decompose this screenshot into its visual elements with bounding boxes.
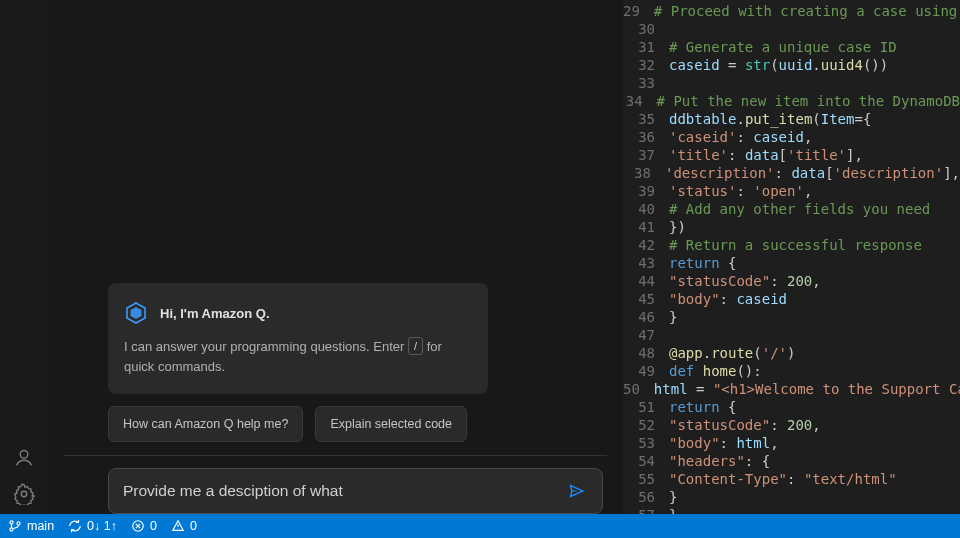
line-number: 56 (623, 488, 669, 506)
line-number: 40 (623, 200, 669, 218)
line-number: 42 (623, 236, 669, 254)
line-number: 35 (623, 110, 669, 128)
code-line[interactable]: 37'title': data['title'], (623, 146, 960, 164)
code-line[interactable]: 40# Add any other fields you need (623, 200, 960, 218)
line-number: 38 (623, 164, 665, 182)
line-number: 36 (623, 128, 669, 146)
code-line[interactable]: 36'caseid': caseid, (623, 128, 960, 146)
code-line[interactable]: 43return { (623, 254, 960, 272)
suggestion-row: How can Amazon Q help me? Explain select… (108, 406, 467, 442)
code-line[interactable]: 53"body": html, (623, 434, 960, 452)
errors-indicator[interactable]: 0 (131, 519, 157, 533)
line-number: 51 (623, 398, 669, 416)
code-line[interactable]: 30 (623, 20, 960, 38)
line-number: 39 (623, 182, 669, 200)
code-line[interactable]: 33 (623, 74, 960, 92)
branch-name: main (27, 519, 54, 533)
line-number: 50 (623, 380, 654, 398)
intro-text: I can answer your programming questions.… (124, 337, 472, 376)
line-number: 47 (623, 326, 669, 344)
code-line[interactable]: 42# Return a successful response (623, 236, 960, 254)
line-number: 29 (623, 2, 654, 20)
code-line[interactable]: 50html = "<h1>Welcome to the Support Ca (623, 380, 960, 398)
slash-key-hint: / (408, 337, 423, 355)
sync-indicator[interactable]: 0↓ 1↑ (68, 519, 117, 533)
line-number: 33 (623, 74, 669, 92)
code-line[interactable]: 44"statusCode": 200, (623, 272, 960, 290)
chat-separator (64, 455, 607, 456)
line-number: 48 (623, 344, 669, 362)
code-line[interactable]: 47 (623, 326, 960, 344)
intro-title: Hi, I'm Amazon Q. (160, 306, 270, 321)
line-number: 41 (623, 218, 669, 236)
code-line[interactable]: 31# Generate a unique case ID (623, 38, 960, 56)
intro-card: Hi, I'm Amazon Q. I can answer your prog… (108, 283, 488, 394)
code-line[interactable]: 35ddbtable.put_item(Item={ (623, 110, 960, 128)
svg-point-1 (21, 491, 27, 497)
code-line[interactable]: 52"statusCode": 200, (623, 416, 960, 434)
errors-count: 0 (150, 519, 157, 533)
code-line[interactable]: 48@app.route('/') (623, 344, 960, 362)
code-line[interactable]: 45"body": caseid (623, 290, 960, 308)
line-number: 45 (623, 290, 669, 308)
svg-point-6 (17, 522, 20, 525)
line-number: 55 (623, 470, 669, 488)
code-line[interactable]: 57} (623, 506, 960, 514)
send-button[interactable] (566, 480, 588, 502)
line-number: 32 (623, 56, 669, 74)
svg-marker-3 (131, 307, 142, 319)
settings-gear-icon[interactable] (12, 482, 36, 506)
code-line[interactable]: 46} (623, 308, 960, 326)
chat-input-text[interactable]: Provide me a desciption of what (123, 482, 566, 500)
warnings-count: 0 (190, 519, 197, 533)
code-line[interactable]: 55"Content-Type": "text/html" (623, 470, 960, 488)
line-number: 57 (623, 506, 669, 514)
line-number: 46 (623, 308, 669, 326)
status-bar: main 0↓ 1↑ 0 0 (0, 514, 960, 538)
sync-count: 0↓ 1↑ (87, 519, 117, 533)
code-line[interactable]: 49def home(): (623, 362, 960, 380)
line-number: 44 (623, 272, 669, 290)
line-number: 37 (623, 146, 669, 164)
suggestion-chip-help[interactable]: How can Amazon Q help me? (108, 406, 303, 442)
account-icon[interactable] (12, 446, 36, 470)
line-number: 31 (623, 38, 669, 56)
svg-point-4 (10, 521, 13, 524)
code-line[interactable]: 54"headers": { (623, 452, 960, 470)
code-line[interactable]: 34# Put the new item into the DynamoDB (623, 92, 960, 110)
suggestion-chip-explain[interactable]: Explain selected code (315, 406, 467, 442)
code-line[interactable]: 29# Proceed with creating a case using (623, 2, 960, 20)
line-number: 52 (623, 416, 669, 434)
branch-indicator[interactable]: main (8, 519, 54, 533)
code-editor[interactable]: 29# Proceed with creating a case using 3… (623, 0, 960, 514)
line-number: 54 (623, 452, 669, 470)
amazon-q-logo-icon (124, 301, 148, 325)
code-line[interactable]: 41}) (623, 218, 960, 236)
svg-point-0 (20, 450, 28, 458)
line-number: 49 (623, 362, 669, 380)
line-number: 43 (623, 254, 669, 272)
warnings-indicator[interactable]: 0 (171, 519, 197, 533)
line-number: 34 (623, 92, 657, 110)
code-line[interactable]: 51return { (623, 398, 960, 416)
line-number: 53 (623, 434, 669, 452)
chat-input[interactable]: Provide me a desciption of what (108, 468, 603, 514)
amazon-q-chat-panel: Hi, I'm Amazon Q. I can answer your prog… (48, 0, 623, 514)
activity-bar (0, 0, 48, 514)
line-number: 30 (623, 20, 669, 38)
code-line[interactable]: 38'description': data['description'], (623, 164, 960, 182)
code-line[interactable]: 56} (623, 488, 960, 506)
code-line[interactable]: 39'status': 'open', (623, 182, 960, 200)
svg-point-5 (10, 528, 13, 531)
code-line[interactable]: 32caseid = str(uuid.uuid4()) (623, 56, 960, 74)
